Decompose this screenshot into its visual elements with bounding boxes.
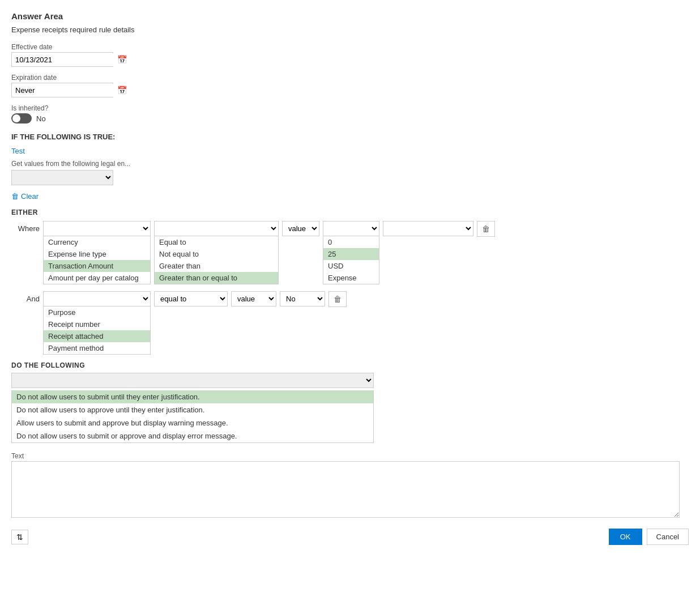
- if-following-header: IF THE FOLLOWING IS TRUE:: [11, 133, 689, 141]
- and-delete-icon: 🗑: [334, 295, 342, 304]
- and-payment-method[interactable]: Payment method: [44, 342, 150, 354]
- do-item-4[interactable]: Do not allow users to submit or approve …: [12, 429, 373, 442]
- legal-entity-select[interactable]: [11, 170, 113, 185]
- do-following-list: Do not allow users to submit until they …: [11, 390, 374, 443]
- text-label: Text: [11, 452, 689, 460]
- where-label: Where: [11, 221, 40, 233]
- do-following-select[interactable]: [11, 373, 374, 388]
- and-value-no-select[interactable]: No: [280, 291, 325, 306]
- op-not-equal-to[interactable]: Not equal to: [155, 248, 278, 260]
- val-25[interactable]: 25: [323, 248, 379, 260]
- and-receipt-number[interactable]: Receipt number: [44, 318, 150, 330]
- text-section: Text: [11, 452, 689, 519]
- footer-row: ⇅ OK Cancel: [11, 529, 689, 545]
- list-item-currency[interactable]: Currency: [44, 236, 150, 248]
- calendar-icon-expiration[interactable]: 📅: [114, 83, 130, 97]
- and-label: And: [11, 291, 40, 303]
- expiration-date-wrapper: 📅: [11, 83, 113, 97]
- clear-label: Clear: [21, 192, 39, 201]
- list-item-amount-per-day[interactable]: Amount per day per catalog: [44, 272, 150, 284]
- where-operator-select[interactable]: [154, 221, 279, 236]
- do-following-section: DO THE FOLLOWING Do not allow users to s…: [11, 361, 689, 443]
- where-row: Where Currency Expense line type Transac…: [11, 221, 689, 284]
- do-item-3[interactable]: Allow users to submit and approve but di…: [12, 416, 373, 429]
- and-receipt-attached[interactable]: Receipt attached: [44, 330, 150, 342]
- and-field-select[interactable]: [43, 291, 151, 306]
- effective-date-input[interactable]: [12, 53, 114, 66]
- inherited-row: No: [11, 113, 689, 123]
- where-extra-select[interactable]: [383, 221, 473, 236]
- and-operator-select[interactable]: equal to: [154, 291, 228, 306]
- and-field-dropdown: Purpose Receipt number Receipt attached …: [43, 291, 151, 355]
- val-0[interactable]: 0: [323, 236, 379, 248]
- where-value-type-select[interactable]: value: [282, 221, 319, 236]
- where-field-select[interactable]: [43, 221, 151, 236]
- do-following-header: DO THE FOLLOWING: [11, 361, 689, 369]
- expiration-date-input[interactable]: [12, 84, 114, 97]
- val-expense[interactable]: Expense: [323, 272, 379, 284]
- do-item-1[interactable]: Do not allow users to submit until they …: [12, 390, 373, 403]
- and-field-list: Purpose Receipt number Receipt attached …: [43, 306, 151, 355]
- legal-entity-label: Get values from the following legal en..…: [11, 160, 689, 168]
- list-item-expense-line-type[interactable]: Expense line type: [44, 248, 150, 260]
- expiration-date-label: Expiration date: [11, 74, 689, 82]
- op-greater-than-equal[interactable]: Greater than or equal to: [155, 272, 278, 284]
- either-label: EITHER: [11, 208, 689, 216]
- is-inherited-label: Is inherited?: [11, 104, 689, 112]
- trash-icon: 🗑: [11, 192, 19, 201]
- delete-icon: 🗑: [482, 224, 490, 233]
- where-value-dropdown: 0 25 USD Expense: [323, 221, 379, 284]
- and-delete-button[interactable]: 🗑: [328, 291, 347, 307]
- effective-date-wrapper: 📅: [11, 52, 113, 67]
- test-link[interactable]: Test: [11, 147, 25, 155]
- clear-button[interactable]: 🗑 Clear: [11, 192, 39, 201]
- sort-icon-button[interactable]: ⇅: [11, 530, 28, 544]
- and-purpose[interactable]: Purpose: [44, 306, 150, 318]
- subtitle: Expense receipts required rule details: [11, 25, 689, 34]
- where-value-select[interactable]: [323, 221, 379, 236]
- where-delete-button[interactable]: 🗑: [477, 221, 495, 237]
- op-greater-than[interactable]: Greater than: [155, 260, 278, 272]
- calendar-icon-effective[interactable]: 📅: [114, 53, 130, 66]
- answer-area-title: Answer Area: [11, 11, 689, 21]
- cancel-button[interactable]: Cancel: [647, 529, 689, 545]
- footer-buttons: OK Cancel: [609, 529, 689, 545]
- text-textarea[interactable]: [11, 461, 680, 518]
- where-field-list: Currency Expense line type Transaction A…: [43, 236, 151, 284]
- where-field-dropdown[interactable]: Currency Expense line type Transaction A…: [43, 221, 151, 284]
- effective-date-label: Effective date: [11, 43, 689, 51]
- where-value-list: 0 25 USD Expense: [323, 236, 379, 284]
- val-usd[interactable]: USD: [323, 260, 379, 272]
- inherited-value: No: [36, 114, 46, 123]
- and-value-type-select[interactable]: value: [231, 291, 276, 306]
- do-item-2[interactable]: Do not allow users to approve until they…: [12, 403, 373, 416]
- inherited-toggle[interactable]: [11, 113, 32, 123]
- where-operator-dropdown[interactable]: Equal to Not equal to Greater than Great…: [154, 221, 279, 284]
- ok-button[interactable]: OK: [609, 529, 642, 545]
- sort-icon: ⇅: [16, 533, 23, 542]
- op-equal-to[interactable]: Equal to: [155, 236, 278, 248]
- list-item-transaction-amount[interactable]: Transaction Amount: [44, 260, 150, 272]
- where-operator-list: Equal to Not equal to Greater than Great…: [154, 236, 279, 284]
- and-row: And Purpose Receipt number Receipt attac…: [11, 291, 689, 355]
